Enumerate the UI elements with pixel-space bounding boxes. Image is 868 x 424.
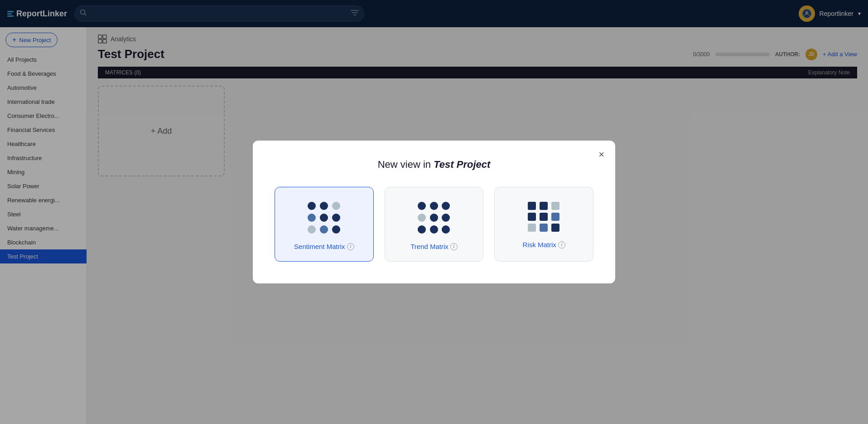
risk-square-grid (528, 202, 560, 232)
modal: × New view in Test Project (253, 141, 615, 283)
dot (442, 202, 450, 210)
sentiment-info-icon[interactable]: i (347, 243, 354, 250)
sq (551, 213, 559, 221)
modal-close-button[interactable]: × (598, 150, 604, 160)
dot (430, 225, 438, 234)
dot (430, 202, 438, 210)
dot (308, 202, 316, 210)
sentiment-dot-grid (308, 202, 340, 234)
risk-matrix-label: Risk Matrix i (523, 241, 565, 249)
dot (332, 202, 340, 210)
risk-matrix-option[interactable]: Risk Matrix i (494, 187, 593, 262)
trend-matrix-option[interactable]: Trend Matrix i (385, 187, 484, 262)
dot (430, 214, 438, 222)
risk-info-icon[interactable]: i (558, 241, 565, 249)
sq (528, 224, 536, 232)
dot (320, 202, 328, 210)
dot (332, 225, 340, 234)
sentiment-matrix-option[interactable]: Sentiment Matrix i (275, 187, 374, 262)
modal-overlay[interactable]: × New view in Test Project (0, 0, 868, 424)
sq (540, 224, 548, 232)
trend-label-text: Trend Matrix (410, 243, 448, 250)
trend-info-icon[interactable]: i (450, 243, 458, 250)
modal-title-project: Test Project (434, 159, 490, 170)
risk-label-text: Risk Matrix (523, 241, 556, 249)
sq (540, 213, 548, 221)
dot (418, 225, 426, 234)
trend-dot-grid (418, 202, 450, 234)
dot (308, 214, 316, 222)
dot (332, 214, 340, 222)
sentiment-matrix-label: Sentiment Matrix i (294, 243, 354, 250)
dot (320, 214, 328, 222)
sq (528, 202, 536, 210)
dot (308, 225, 316, 234)
dot (418, 214, 426, 222)
sq (528, 213, 536, 221)
modal-title: New view in Test Project (275, 159, 593, 171)
sq (551, 224, 559, 232)
dot (320, 225, 328, 234)
dot (442, 214, 450, 222)
dot (418, 202, 426, 210)
sentiment-label-text: Sentiment Matrix (294, 243, 345, 250)
modal-title-prefix: New view in (378, 159, 434, 170)
trend-matrix-label: Trend Matrix i (410, 243, 458, 250)
sq (551, 202, 559, 210)
modal-options: Sentiment Matrix i Tren (275, 187, 593, 262)
dot (442, 225, 450, 234)
sq (540, 202, 548, 210)
